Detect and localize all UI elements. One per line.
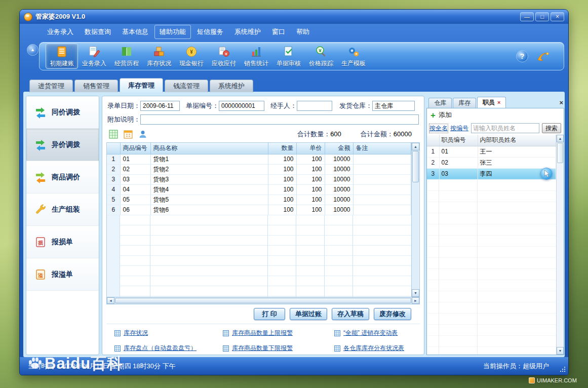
sheet-icon[interactable] [108,129,119,139]
link-inventory-status[interactable]: 库存状况 [114,329,223,337]
staff-scrollbar[interactable]: ▲ ▼ [556,135,564,355]
discard-changes-button[interactable]: 废弃修改 [374,308,411,320]
menu-data-query[interactable]: 数据查询 [80,25,116,39]
menu-sms-service[interactable]: 短信服务 [192,25,228,39]
staff-row-selected[interactable]: 3 03 李四 [427,168,556,179]
menu-window[interactable]: 窗口 [267,25,290,39]
sidebar-label: 同价调拨 [52,108,80,117]
toolbar-sales-stats[interactable]: 销售统计 [240,44,272,69]
save-draft-button[interactable]: 存入草稿 [332,308,369,320]
tab-system[interactable]: 系统维护 [210,80,253,92]
sidebar-item-assembly[interactable]: 生产组装 [26,193,99,226]
horizontal-scrollbar[interactable]: ◄ ► [106,297,420,304]
grid-row[interactable]: 101货物110010010000 [107,154,411,164]
staff-row[interactable]: 1 01 王一 [427,146,556,157]
grid-row[interactable]: 606货物610010010000 [107,205,411,215]
col-item-code[interactable]: 商品编号 [120,143,150,154]
toolbar-business-entry[interactable]: 业务录入 [78,44,110,69]
handler-input[interactable] [297,101,332,111]
tab-stock[interactable]: 库存 [453,98,476,108]
scroll-left-button[interactable]: ◄ [107,297,114,304]
scrollbar-thumb[interactable] [412,151,419,182]
title-bar: 管家婆2009 V1.0 — □ × [20,10,568,24]
close-button[interactable]: × [551,12,564,21]
staff-search-input[interactable] [471,123,539,133]
scrollbar-thumb[interactable] [115,298,411,303]
grid-row[interactable]: 404货物410010010000 [107,184,411,195]
col-item-name[interactable]: 商品名称 [150,143,268,154]
col-remark[interactable]: 备注 [353,143,411,154]
toolbar-doc-audit[interactable]: 单据审核 [272,44,305,69]
col-amount[interactable]: 金额 [325,143,353,154]
maximize-button[interactable]: □ [535,12,549,21]
link-upper-limit-alert[interactable]: 库存商品数量上限报警 [223,329,334,337]
link-warehouse-distribution[interactable]: 各仓库库存分布状况表 [334,344,420,353]
grid-row[interactable]: 505货物510010010000 [107,195,411,205]
scroll-right-button[interactable]: ► [412,297,419,304]
scroll-down-button[interactable]: ▼ [412,289,419,297]
add-plus-icon[interactable]: + [430,111,436,120]
post-document-button[interactable]: 单据过账 [290,308,327,320]
toolbar-business-history[interactable]: 经营历程 [110,44,143,69]
menu-business-entry[interactable]: 业务录入 [42,25,79,39]
print-button[interactable]: 打 印 [254,308,285,320]
note-input[interactable] [140,114,419,125]
tab-purchase[interactable]: 进货管理 [29,80,73,92]
col-staff-code[interactable]: 职员编号 [439,135,478,146]
calendar-icon[interactable] [123,129,133,139]
link-stocktake[interactable]: 库存盘点（自动盘盈盘亏） [114,344,223,353]
sidebar-item-price-adjust[interactable]: 商品调价 [26,161,99,193]
menu-system-maint[interactable]: 系统维护 [229,25,266,39]
grid-row[interactable]: 303货物310010010000 [107,174,411,184]
menu-help[interactable]: 帮助 [291,25,315,39]
filter-by-fullname[interactable]: 按全名 [429,124,448,133]
sidebar-item-diff-price-transfer[interactable]: 异价调拨 [26,129,99,161]
add-label[interactable]: 添加 [439,110,452,120]
link-allround-change-table[interactable]: “全能” 进销存变动表 [334,329,420,337]
panel-close-icon[interactable]: × [559,99,563,106]
toolbar-inventory-status[interactable]: 库存状况 [143,44,175,69]
grid-icon [114,345,121,352]
toolbar-price-tracking[interactable]: ¥ 价格跟踪 [305,44,337,69]
sidebar-item-overflow-report[interactable]: 溢 报溢单 [26,258,99,291]
tab-staff[interactable]: 职员× [477,97,506,108]
grid-row[interactable]: 202货物210010010000 [107,164,411,174]
toolbar-cash-bank[interactable]: ¥ 现金银行 [175,44,208,69]
brand-swoosh-icon[interactable] [536,50,551,62]
doc-number-input[interactable] [219,101,264,111]
toolbar-collapse-button[interactable]: ▲ [27,44,38,56]
scrollbar-thumb[interactable] [557,143,563,163]
toolbar-production-template[interactable]: 生产模板 [337,44,370,69]
tab-sales[interactable]: 销售管理 [74,80,118,92]
grid-icon [223,330,229,336]
tab-close-icon[interactable]: × [497,98,500,107]
minimize-button[interactable]: — [520,12,534,21]
person-icon[interactable] [138,129,148,139]
scroll-up-button[interactable]: ▲ [412,143,419,150]
resize-grip[interactable] [560,366,566,372]
col-qty[interactable]: 数量 [268,143,296,154]
menu-basic-info[interactable]: 基本信息 [117,25,153,39]
toolbar-initial-accounts[interactable]: 初期建账 [46,44,78,69]
staff-row[interactable]: 2 02 张三 [427,157,556,168]
toolbar-receivables-payables[interactable]: ¥ 应收应付 [208,44,240,69]
vertical-scrollbar[interactable]: ▲ ▼ [411,143,419,297]
add-staff-row[interactable]: + 添加 [427,108,564,122]
scroll-down-button[interactable]: ▼ [557,347,564,355]
col-staff-name[interactable]: 内部职员姓名 [478,135,556,146]
filter-by-code[interactable]: 按编号 [450,124,468,133]
tab-inventory[interactable]: 库存管理 [120,78,163,92]
price-arrows-icon [34,171,47,183]
menu-auxiliary[interactable]: 辅助功能 [154,25,191,39]
help-icon[interactable]: ? [516,50,528,62]
sidebar-item-loss-report[interactable]: 损 报损单 [26,226,99,258]
search-button[interactable]: 搜索 [542,123,561,133]
sidebar-item-same-price-transfer[interactable]: 同价调拨 [26,96,99,129]
scroll-up-button[interactable]: ▲ [557,135,564,142]
link-lower-limit-alert[interactable]: 库存商品数量下限报警 [223,344,334,353]
date-input[interactable] [140,101,180,111]
warehouse-input[interactable] [372,101,415,111]
col-price[interactable]: 单价 [296,143,325,154]
tab-cashflow[interactable]: 钱流管理 [165,80,208,92]
tab-warehouse[interactable]: 仓库 [428,98,452,108]
